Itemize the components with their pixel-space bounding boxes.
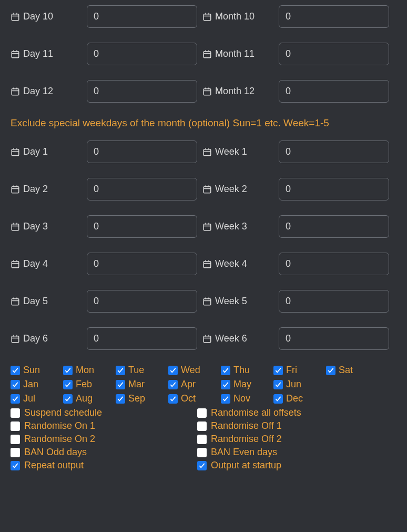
checkbox[interactable] (116, 380, 125, 389)
week_rows-input-left[interactable] (87, 290, 197, 313)
day-check[interactable]: Thu (221, 365, 273, 376)
svg-rect-56 (12, 298, 19, 305)
month-check[interactable]: Aug (63, 393, 116, 404)
checkbox[interactable] (221, 366, 230, 375)
months-row-1: JanFebMarAprMayJun (11, 379, 396, 390)
check-label: Tue (128, 365, 144, 376)
month-check[interactable]: Sep (116, 393, 168, 404)
week_rows-label-right: Week 3 (202, 221, 273, 232)
option-left[interactable]: BAN Odd days (11, 447, 197, 458)
top_rows-input-right[interactable] (279, 80, 389, 103)
calendar-icon (11, 12, 20, 22)
checkbox[interactable] (273, 394, 283, 404)
week_rows-input-left[interactable] (87, 327, 197, 350)
day-check[interactable]: Tue (116, 365, 168, 376)
top_rows-input-right[interactable] (279, 5, 389, 28)
checkbox[interactable] (168, 394, 178, 404)
month-check[interactable]: Jul (11, 393, 63, 404)
week_rows-input-right[interactable] (279, 140, 389, 163)
option-right[interactable]: Randomise Off 1 (197, 420, 384, 431)
week_rows-input-right[interactable] (279, 290, 389, 313)
option-right[interactable]: Randomise all offsets (197, 407, 384, 418)
week_rows-input-right[interactable] (279, 327, 389, 350)
checkbox[interactable] (116, 366, 125, 375)
checkbox[interactable] (221, 380, 230, 389)
month-check[interactable]: Mar (116, 379, 168, 390)
week_rows-input-right[interactable] (279, 253, 389, 275)
option-right[interactable]: BAN Even days (197, 447, 384, 458)
checkbox[interactable] (273, 366, 283, 375)
calendar-icon (11, 147, 20, 157)
day-check[interactable]: Mon (63, 365, 116, 376)
checkbox[interactable] (221, 394, 230, 404)
checkbox[interactable] (197, 435, 207, 444)
option-label: Suspend schedule (24, 407, 102, 418)
day-check[interactable]: Fri (273, 365, 326, 376)
checkbox[interactable] (197, 408, 207, 418)
option-label: Randomise Off 2 (211, 434, 282, 445)
month-check[interactable]: Jun (273, 379, 326, 390)
month-check[interactable]: Feb (63, 379, 116, 390)
week_rows-label-right: Week 2 (202, 184, 273, 195)
check-label: Wed (181, 365, 200, 376)
month-check[interactable]: Apr (168, 379, 221, 390)
week_rows-input-left[interactable] (87, 140, 197, 163)
day-check[interactable]: Sun (11, 365, 63, 376)
month-check[interactable]: Oct (168, 393, 221, 404)
checkbox[interactable] (11, 461, 20, 470)
week_rows-input-left[interactable] (87, 178, 197, 200)
month-check[interactable]: Nov (221, 393, 273, 404)
calendar-icon (11, 222, 20, 232)
svg-rect-20 (204, 88, 211, 95)
checkbox[interactable] (63, 366, 73, 375)
checkbox[interactable] (11, 421, 20, 431)
top_rows-row: Day 10Month 10 (11, 5, 396, 28)
label-text: Week 4 (215, 258, 247, 269)
checkbox[interactable] (197, 421, 207, 431)
month-check[interactable]: May (221, 379, 273, 390)
calendar-icon (11, 87, 20, 96)
checkbox[interactable] (11, 366, 20, 375)
option-left[interactable]: Suspend schedule (11, 407, 197, 418)
check-label: Jul (23, 393, 35, 404)
checkbox[interactable] (116, 394, 125, 404)
checkbox[interactable] (168, 380, 178, 389)
option-right[interactable]: Output at startup (197, 460, 384, 471)
checkbox[interactable] (273, 380, 283, 389)
month-check[interactable]: Dec (273, 393, 326, 404)
day-check[interactable]: Wed (168, 365, 221, 376)
checkbox[interactable] (11, 435, 20, 444)
checkbox[interactable] (11, 448, 20, 457)
top_rows-input-left[interactable] (87, 80, 197, 103)
week_rows-input-left[interactable] (87, 215, 197, 238)
option-left[interactable]: Randomise On 1 (11, 420, 197, 431)
checkbox[interactable] (63, 394, 73, 404)
checkbox[interactable] (197, 461, 207, 470)
week_rows-input-right[interactable] (279, 215, 389, 238)
week_rows-input-left[interactable] (87, 253, 197, 275)
label-text: Day 2 (23, 184, 48, 195)
exclude-heading: Exclude special weekdays of the month (o… (11, 117, 396, 129)
label-text: Day 1 (23, 146, 48, 157)
option-label: BAN Even days (211, 447, 277, 458)
week_rows-row: Day 1Week 1 (11, 140, 396, 163)
top_rows-input-left[interactable] (87, 43, 197, 65)
week_rows-input-right[interactable] (279, 178, 389, 200)
svg-rect-4 (204, 14, 211, 20)
option-right[interactable]: Randomise Off 2 (197, 434, 384, 445)
day-check[interactable]: Sat (326, 365, 379, 376)
month-check[interactable]: Jan (11, 379, 63, 390)
checkbox[interactable] (168, 366, 178, 375)
option-left[interactable]: Repeat output (11, 460, 197, 471)
checkbox[interactable] (197, 448, 207, 457)
top_rows-input-left[interactable] (87, 5, 197, 28)
option-left[interactable]: Randomise On 2 (11, 434, 197, 445)
top_rows-input-right[interactable] (279, 43, 389, 65)
svg-rect-36 (204, 186, 211, 193)
checkbox[interactable] (326, 366, 335, 375)
checkbox[interactable] (11, 394, 20, 404)
checkbox[interactable] (11, 380, 20, 389)
checkbox[interactable] (63, 380, 73, 389)
label-text: Month 11 (215, 48, 255, 59)
checkbox[interactable] (11, 408, 20, 418)
